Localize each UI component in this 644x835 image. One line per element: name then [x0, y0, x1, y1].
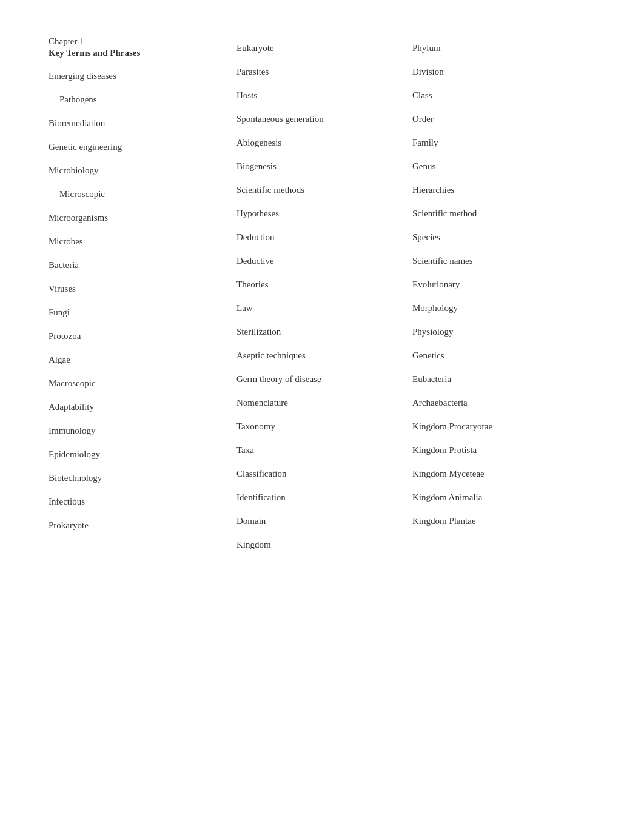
list-item: Genetics — [412, 344, 576, 367]
list-item: Kingdom — [236, 533, 400, 557]
list-item: Kingdom Procaryotae — [412, 415, 576, 438]
list-item: Physiology — [412, 320, 576, 344]
list-item: Scientific names — [412, 249, 576, 273]
list-item: Prokaryote — [49, 514, 224, 537]
left-items-container: Emerging diseasesPathogensBioremediation… — [49, 64, 224, 537]
list-item: Bacteria — [49, 253, 224, 277]
list-item: Kingdom Animalia — [412, 486, 576, 509]
list-item: Division — [412, 60, 576, 84]
list-item: Class — [412, 84, 576, 107]
list-item: Species — [412, 226, 576, 249]
list-item: Kingdom Protista — [412, 438, 576, 462]
list-item: Pathogens — [49, 88, 224, 112]
list-item: Deduction — [236, 226, 400, 249]
list-item: Eubacteria — [412, 367, 576, 391]
list-item: Microbes — [49, 230, 224, 253]
list-item: Archaebacteria — [412, 391, 576, 415]
list-item: Microscopic — [49, 183, 224, 206]
list-item: Hosts — [236, 84, 400, 107]
list-item: Family — [412, 131, 576, 155]
list-item: Germ theory of disease — [236, 367, 400, 391]
list-item: Fungi — [49, 301, 224, 324]
list-item: Immunology — [49, 419, 224, 443]
list-item: Scientific methods — [236, 178, 400, 202]
list-item: Phylum — [412, 36, 576, 60]
list-item: Evolutionary — [412, 273, 576, 297]
list-item: Biogenesis — [236, 155, 400, 178]
page-container: Chapter 1 Key Terms and Phrases Emerging… — [49, 36, 595, 557]
list-item: Morphology — [412, 297, 576, 320]
right-items-container: PhylumDivisionClassOrderFamilyGenusHiera… — [412, 36, 576, 533]
list-item: Parasites — [236, 60, 400, 84]
list-item: Law — [236, 297, 400, 320]
list-item: Microorganisms — [49, 206, 224, 230]
list-item: Adaptability — [49, 395, 224, 419]
list-item: Genus — [412, 155, 576, 178]
list-item: Hypotheses — [236, 202, 400, 226]
list-item: Theories — [236, 273, 400, 297]
list-item: Genetic engineering — [49, 135, 224, 159]
list-item: Infectious — [49, 490, 224, 514]
list-item: Protozoa — [49, 324, 224, 348]
list-item: Kingdom Myceteae — [412, 462, 576, 486]
list-item: Aseptic techniques — [236, 344, 400, 367]
list-item: Macroscopic — [49, 372, 224, 395]
list-item: Bioremediation — [49, 112, 224, 135]
list-item: Biotechnology — [49, 466, 224, 490]
list-item: Domain — [236, 509, 400, 533]
list-item: Sterilization — [236, 320, 400, 344]
section-title: Key Terms and Phrases — [49, 48, 224, 64]
list-item: Kingdom Plantae — [412, 509, 576, 533]
list-item: Algae — [49, 348, 224, 372]
middle-items-container: EukaryoteParasitesHostsSpontaneous gener… — [236, 36, 400, 557]
middle-column: EukaryoteParasitesHostsSpontaneous gener… — [224, 36, 400, 557]
list-item: Nomenclature — [236, 391, 400, 415]
list-item: Classification — [236, 462, 400, 486]
list-item: Viruses — [49, 277, 224, 301]
chapter-title: Chapter 1 — [49, 36, 224, 48]
right-column: PhylumDivisionClassOrderFamilyGenusHiera… — [400, 36, 576, 557]
list-item: Hierarchies — [412, 178, 576, 202]
list-item: Deductive — [236, 249, 400, 273]
list-item: Taxa — [236, 438, 400, 462]
list-item: Abiogenesis — [236, 131, 400, 155]
list-item: Scientific method — [412, 202, 576, 226]
list-item: Identification — [236, 486, 400, 509]
list-item: Epidemiology — [49, 443, 224, 466]
list-item: Microbiology — [49, 159, 224, 183]
list-item: Taxonomy — [236, 415, 400, 438]
list-item: Emerging diseases — [49, 64, 224, 88]
list-item: Order — [412, 107, 576, 131]
list-item: Eukaryote — [236, 36, 400, 60]
list-item: Spontaneous generation — [236, 107, 400, 131]
left-column: Chapter 1 Key Terms and Phrases Emerging… — [49, 36, 224, 557]
